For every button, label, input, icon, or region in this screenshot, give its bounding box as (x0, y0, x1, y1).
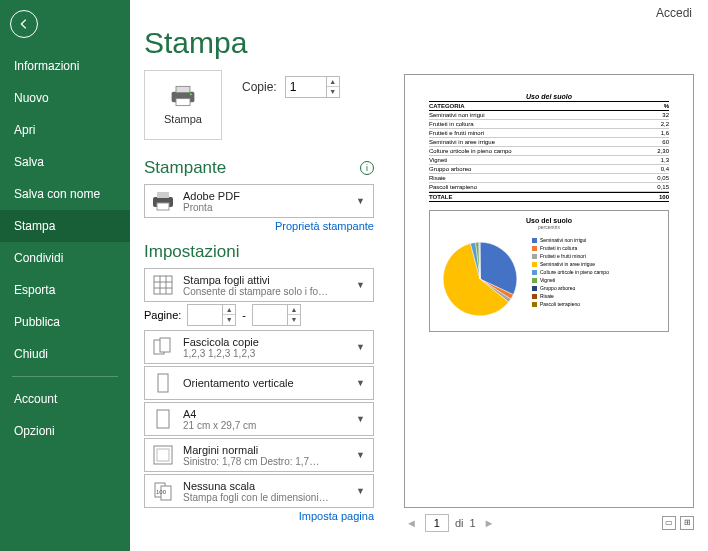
chevron-down-icon: ▼ (354, 450, 367, 460)
table-row: Frutteti e frutti minori1,6 (429, 129, 669, 138)
sidebar-item-esporta[interactable]: Esporta (0, 274, 130, 306)
back-button[interactable] (10, 10, 38, 38)
chevron-down-icon: ▼ (354, 378, 367, 388)
sidebar-item-salva[interactable]: Salva (0, 146, 130, 178)
table-row: Gruppo arboreo0,4 (429, 165, 669, 174)
scaling-dropdown[interactable]: 100 Nessuna scala Stampa fogli con le di… (144, 474, 374, 508)
sidebar-item-options[interactable]: Opzioni (0, 415, 130, 447)
collate-icon (152, 336, 174, 358)
chevron-down-icon: ▼ (354, 196, 367, 206)
legend-item: Vigneti (532, 277, 664, 283)
copies-input[interactable] (286, 80, 326, 94)
printer-dropdown[interactable]: Adobe PDF Pronta ▼ (144, 184, 374, 218)
page-to-spinner[interactable]: ▲▼ (252, 304, 301, 326)
sidebar-item-pubblica[interactable]: Pubblica (0, 306, 130, 338)
sidebar-item-salva-con-nome[interactable]: Salva con nome (0, 178, 130, 210)
page-total: 1 (469, 517, 475, 529)
info-icon[interactable]: i (360, 161, 374, 175)
sidebar-item-informazioni[interactable]: Informazioni (0, 50, 130, 82)
total-value: 100 (659, 194, 669, 200)
svg-point-3 (190, 93, 192, 95)
next-page-button[interactable]: ► (482, 517, 497, 529)
chart-legend: Seminativi non irriguiFrutteti in coltur… (532, 233, 664, 325)
preview-column: Uso del suolo CATEGORIA % Seminativi non… (404, 70, 694, 532)
preview-pager: ◄ di 1 ► ▭ ⊞ (404, 514, 694, 532)
paper-dropdown[interactable]: A4 21 cm x 29,7 cm ▼ (144, 402, 374, 436)
sidebar-item-stampa[interactable]: Stampa (0, 210, 130, 242)
spin-up-icon[interactable]: ▲ (327, 77, 339, 87)
col-category: CATEGORIA (429, 103, 465, 109)
legend-item: Pascoli terrapieno (532, 301, 664, 307)
zoom-to-page-button[interactable]: ▭ (662, 516, 676, 530)
preview-table-title: Uso del suolo (429, 93, 669, 100)
table-row: Risaie0,05 (429, 174, 669, 183)
svg-rect-1 (176, 86, 190, 92)
page-of-label: di (455, 517, 464, 529)
pages-label: Pagine: (144, 309, 181, 321)
pie-chart-icon (434, 233, 526, 325)
print-settings-column: Stampa Copie: ▲▼ Stampante i Adobe PDF (144, 70, 374, 532)
page-setup-link[interactable]: Imposta pagina (144, 510, 374, 522)
print-area-dropdown[interactable]: Stampa fogli attivi Consente di stampare… (144, 268, 374, 302)
chevron-down-icon: ▼ (354, 486, 367, 496)
sidebar-item-nuovo[interactable]: Nuovo (0, 82, 130, 114)
legend-item: Frutteti in coltura (532, 245, 664, 251)
table-row: Vigneti1,3 (429, 156, 669, 165)
scaling-icon: 100 (152, 480, 174, 502)
main-panel: Accedi Stampa Stampa Copie: (130, 0, 708, 551)
copies-spinner[interactable]: ▲▼ (285, 76, 340, 98)
svg-rect-15 (157, 410, 169, 428)
margins-icon (152, 444, 174, 466)
printer-properties-link[interactable]: Proprietà stampante (144, 220, 374, 232)
svg-rect-6 (157, 203, 169, 210)
page-from-spinner[interactable]: ▲▼ (187, 304, 236, 326)
legend-item: Frutteti e frutti minori (532, 253, 664, 259)
table-row: Seminativi non irrigui32 (429, 111, 669, 120)
paper-icon (152, 408, 174, 430)
chevron-down-icon: ▼ (354, 280, 367, 290)
sign-in-link[interactable]: Accedi (656, 6, 692, 20)
sidebar-item-chiudi[interactable]: Chiudi (0, 338, 130, 370)
sidebar-item-condividi[interactable]: Condividi (0, 242, 130, 274)
printer-name: Adobe PDF (183, 190, 346, 202)
legend-item: Risaie (532, 293, 664, 299)
svg-text:100: 100 (156, 489, 167, 495)
printer-status: Pronta (183, 202, 346, 213)
prev-page-button[interactable]: ◄ (404, 517, 419, 529)
back-arrow-icon (17, 17, 31, 31)
sidebar-item-apri[interactable]: Apri (0, 114, 130, 146)
total-label: TOTALE (429, 194, 452, 200)
svg-rect-14 (158, 374, 168, 392)
legend-item: Gruppo arboreo (532, 285, 664, 291)
margins-dropdown[interactable]: Margini normali Sinistro: 1,78 cm Destro… (144, 438, 374, 472)
page-from-input[interactable] (188, 308, 222, 322)
printer-heading: Stampante i (144, 158, 374, 178)
sidebar-item-account[interactable]: Account (0, 383, 130, 415)
printer-icon (169, 85, 197, 107)
backstage-sidebar: InformazioniNuovoApriSalvaSalva con nome… (0, 0, 130, 551)
settings-heading: Impostazioni (144, 242, 374, 262)
orientation-dropdown[interactable]: Orientamento verticale ▼ (144, 366, 374, 400)
zoom-margins-button[interactable]: ⊞ (680, 516, 694, 530)
page-current-input[interactable] (425, 514, 449, 532)
spin-down-icon[interactable]: ▼ (327, 87, 339, 97)
page-title: Stampa (144, 26, 694, 60)
print-button-label: Stampa (164, 113, 202, 125)
svg-rect-5 (157, 192, 169, 198)
page-to-input[interactable] (253, 308, 287, 322)
copies-label: Copie: (242, 80, 277, 94)
legend-item: Colture orticole in pieno campo (532, 269, 664, 275)
chevron-down-icon: ▼ (354, 414, 367, 424)
legend-item: Seminativi non irrigui (532, 237, 664, 243)
col-pct: % (664, 103, 669, 109)
collate-dropdown[interactable]: Fascicola copie 1,2,3 1,2,3 1,2,3 ▼ (144, 330, 374, 364)
chart-subtitle: percentrix (434, 224, 664, 230)
svg-rect-2 (176, 99, 190, 106)
table-row: Frutteti in coltura2,2 (429, 120, 669, 129)
print-button[interactable]: Stampa (144, 70, 222, 140)
svg-rect-13 (160, 338, 170, 352)
legend-item: Seminativi in aree irrigue (532, 261, 664, 267)
svg-rect-7 (154, 276, 172, 294)
chevron-down-icon: ▼ (354, 342, 367, 352)
portrait-icon (152, 372, 174, 394)
